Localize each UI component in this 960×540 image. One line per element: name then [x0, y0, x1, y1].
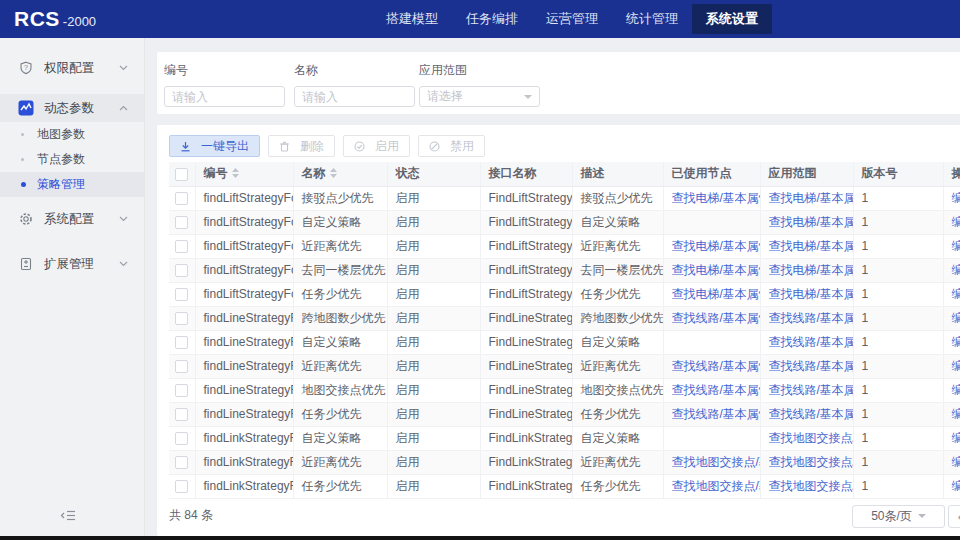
edit-link[interactable]: 编辑 — [952, 479, 960, 493]
nodes-link[interactable]: 查找电梯/基本属性/查找 — [672, 191, 761, 205]
row-checkbox[interactable] — [175, 264, 188, 277]
sidebar-item-dynamic-params[interactable]: 动态参数 — [0, 94, 144, 122]
scope-link[interactable]: 查找电梯/基本属性/查找 — [769, 239, 854, 253]
row-checkbox[interactable] — [175, 216, 188, 229]
filter-input-code[interactable] — [164, 86, 285, 107]
scope-link[interactable]: 查找线路/基本属性/查找 — [769, 359, 854, 373]
row-checkbox-cell — [169, 402, 195, 426]
nodes-link[interactable]: 查找线路/基本属性/查找 — [672, 311, 761, 325]
disable-button-label: 禁用 — [450, 138, 474, 155]
scope-link[interactable]: 查找电梯/基本属性/查找 — [769, 287, 854, 301]
row-checkbox[interactable] — [175, 384, 188, 397]
table-row: findLineStrategyForT...任务少优先启用FindLineSt… — [169, 402, 960, 426]
cell-action: 编辑 — [943, 378, 960, 402]
cell-status: 启用 — [387, 282, 480, 306]
sidebar-subitem-node-params[interactable]: 节点参数 — [0, 147, 144, 172]
sidebar-item-extension-management[interactable]: 扩展管理 — [0, 250, 144, 278]
row-checkbox[interactable] — [175, 360, 188, 373]
scope-link[interactable]: 查找电梯/基本属性/查找 — [769, 191, 854, 205]
column-header-label: 状态 — [396, 166, 420, 180]
edit-link[interactable]: 编辑 — [952, 407, 960, 421]
select-all-checkbox[interactable] — [175, 168, 188, 181]
sort-carets-icon[interactable] — [330, 167, 337, 181]
edit-link[interactable]: 编辑 — [952, 191, 960, 205]
edit-link[interactable]: 编辑 — [952, 359, 960, 373]
cell-scope: 查找地图交接点/基本属性 — [760, 450, 853, 474]
nodes-link[interactable]: 查找电梯/基本属性/查找 — [672, 287, 761, 301]
sidebar-item-permission-config[interactable]: ?权限配置 — [0, 54, 144, 82]
cell-code: findLiftStrategyForC... — [195, 210, 293, 234]
scope-link[interactable]: 查找地图交接点/基本属性 — [769, 479, 854, 493]
table-row: findLiftStrategyForDi...近距离优先启用FindLiftS… — [169, 234, 960, 258]
scope-link[interactable]: 查找电梯/基本属性/查找 — [769, 215, 854, 229]
cell-interface: FindLinkStrategy — [480, 426, 572, 450]
nav-item-operation-management[interactable]: 运营管理 — [532, 0, 612, 38]
collapse-sidebar-icon[interactable] — [60, 508, 76, 526]
row-checkbox[interactable] — [175, 312, 188, 325]
column-header-nodes: 已使用节点 — [663, 162, 760, 186]
sort-carets-icon[interactable] — [232, 167, 239, 181]
pagination-total: 共 84 条 — [169, 507, 213, 524]
row-checkbox[interactable] — [175, 456, 188, 469]
cell-name: 近距离优先 — [293, 450, 387, 474]
cell-desc: 自定义策略 — [572, 330, 663, 354]
nav-item-task-orchestration[interactable]: 任务编排 — [452, 0, 532, 38]
cell-name: 自定义策略 — [293, 426, 387, 450]
filter-input-name[interactable] — [294, 86, 415, 107]
row-checkbox[interactable] — [175, 336, 188, 349]
sidebar-subitem-strategy-management[interactable]: 策略管理 — [0, 172, 144, 197]
table-row: findLiftStrategyForC...自定义策略启用FindLiftSt… — [169, 210, 960, 234]
row-checkbox-cell — [169, 354, 195, 378]
row-checkbox[interactable] — [175, 240, 188, 253]
edit-link[interactable]: 编辑 — [952, 263, 960, 277]
nodes-link[interactable]: 查找线路/基本属性/查找 — [672, 383, 761, 397]
chevron-down-icon — [119, 216, 128, 222]
edit-link[interactable]: 编辑 — [952, 431, 960, 445]
scope-link[interactable]: 查找地图交接点/基本属性 — [769, 431, 854, 445]
scope-link[interactable]: 查找线路/基本属性/查找 — [769, 311, 854, 325]
scope-link[interactable]: 查找线路/基本属性/查找 — [769, 383, 854, 397]
row-checkbox[interactable] — [175, 480, 188, 493]
edit-link[interactable]: 编辑 — [952, 335, 960, 349]
cell-scope: 查找电梯/基本属性/查找 — [760, 186, 853, 210]
nodes-link[interactable]: 查找地图交接点/基本属性 — [672, 479, 761, 493]
sidebar-item-label: 系统配置 — [44, 211, 119, 228]
edit-link[interactable]: 编辑 — [952, 383, 960, 397]
row-checkbox[interactable] — [175, 192, 188, 205]
sidebar-subitem-label: 节点参数 — [37, 151, 85, 168]
cell-desc: 任务少优先 — [572, 474, 663, 498]
nodes-link[interactable]: 查找地图交接点/基本属性 — [672, 455, 761, 469]
edit-link[interactable]: 编辑 — [952, 287, 960, 301]
row-checkbox[interactable] — [175, 408, 188, 421]
pagination-prev-button[interactable]: ‹ — [948, 505, 960, 528]
sidebar-item-system-config[interactable]: 系统配置 — [0, 205, 144, 233]
table-row: findLiftStrategyForTa...任务少优先启用FindLiftS… — [169, 282, 960, 306]
scope-link[interactable]: 查找线路/基本属性/查找 — [769, 407, 854, 421]
export-button[interactable]: 一键导出 — [169, 135, 260, 157]
nav-item-build-model[interactable]: 搭建模型 — [372, 0, 452, 38]
cell-version: 1 — [853, 426, 943, 450]
row-checkbox[interactable] — [175, 432, 188, 445]
row-checkbox[interactable] — [175, 288, 188, 301]
cell-interface: FindLineStrategy — [480, 402, 572, 426]
scope-link[interactable]: 查找电梯/基本属性/查找 — [769, 263, 854, 277]
edit-link[interactable]: 编辑 — [952, 455, 960, 469]
sidebar-subitem-map-params[interactable]: 地图参数 — [0, 122, 144, 147]
nav-item-system-settings[interactable]: 系统设置 — [692, 4, 772, 34]
cell-desc: 自定义策略 — [572, 426, 663, 450]
edit-link[interactable]: 编辑 — [952, 239, 960, 253]
nodes-link[interactable]: 查找线路/基本属性/查找 — [672, 359, 761, 373]
edit-link[interactable]: 编辑 — [952, 311, 960, 325]
scope-link[interactable]: 查找地图交接点/基本属性 — [769, 455, 854, 469]
filter-select-scope[interactable]: 请选择 — [419, 86, 540, 107]
cell-desc: 接驳点少优先 — [572, 186, 663, 210]
nodes-link[interactable]: 查找线路/基本属性/查找 — [672, 407, 761, 421]
edit-link[interactable]: 编辑 — [952, 215, 960, 229]
cell-scope: 查找地图交接点/基本属性 — [760, 426, 853, 450]
page-size-select[interactable]: 50条/页 — [852, 505, 945, 528]
nodes-link[interactable]: 查找电梯/基本属性/查找 — [672, 239, 761, 253]
nodes-link[interactable]: 查找电梯/基本属性/查找 — [672, 263, 761, 277]
nav-item-statistics-management[interactable]: 统计管理 — [612, 0, 692, 38]
scope-link[interactable]: 查找线路/基本属性/查找 — [769, 335, 854, 349]
cell-version: 1 — [853, 354, 943, 378]
